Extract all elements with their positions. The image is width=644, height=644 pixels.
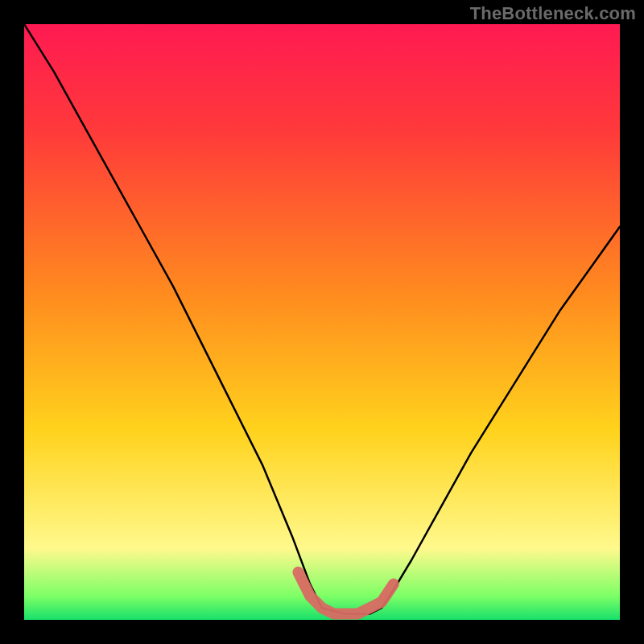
curve-svg (24, 24, 620, 620)
plot-area (24, 24, 620, 620)
chart-frame: TheBottleneck.com (0, 0, 644, 644)
watermark-text: TheBottleneck.com (470, 3, 636, 24)
sweet-spot-marker-path (298, 572, 393, 614)
bottleneck-curve-path (24, 24, 620, 614)
